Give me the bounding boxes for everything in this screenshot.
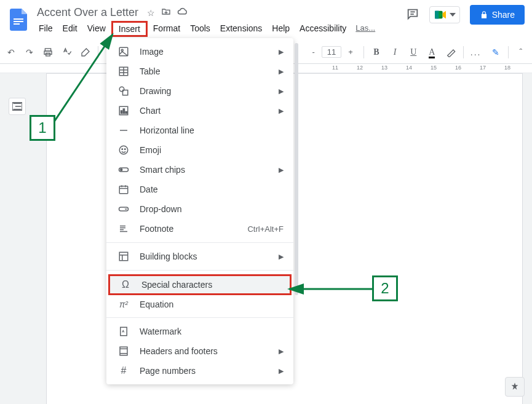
menu-separator [106,242,293,243]
menu-accessibility[interactable]: Accessibility [295,21,351,37]
ruler-mark: 16 [455,65,461,71]
cloud-status-icon[interactable] [177,7,188,18]
menu-item-drawing[interactable]: Drawing ▶ [106,81,293,101]
svg-line-48 [54,34,113,122]
equation-icon: π² [116,299,131,309]
footnote-icon [116,223,131,234]
menu-item-special-characters[interactable]: Ω Special characters [108,274,292,295]
explore-button[interactable] [505,377,525,397]
menu-format[interactable]: Format [149,21,185,37]
building-blocks-icon [116,251,131,262]
menu-help[interactable]: Help [268,21,294,37]
menu-item-horizontal-line[interactable]: Horizontal line [106,121,293,140]
underline-button[interactable]: U [405,44,422,61]
ruler-mark: 15 [431,65,437,71]
menu-item-page-numbers[interactable]: # Page numbers ▶ [106,361,293,381]
menu-item-smart-chips[interactable]: Smart chips ▶ [106,160,293,180]
move-icon[interactable] [161,7,171,18]
omega-icon: Ω [118,279,133,290]
svg-rect-45 [120,347,127,355]
submenu-arrow-icon: ▶ [279,253,284,261]
ruler-mark: 18 [504,65,510,71]
menu-item-headers-footers[interactable]: Headers and footers ▶ [106,341,293,361]
menu-item-image[interactable]: Image ▶ [106,42,293,61]
svg-point-31 [121,169,122,171]
hide-menus-icon[interactable]: ˆ [512,44,530,61]
redo-icon[interactable]: ↷ [21,44,38,61]
ruler-mark: 13 [381,65,387,71]
bold-button[interactable]: B [368,44,385,61]
menu-item-emoji[interactable]: Emoji [106,140,293,160]
doc-title[interactable]: Accent Over a Letter [34,5,141,20]
separator [463,46,464,58]
menu-label: Emoji [140,145,161,155]
ruler-mark: 11 [332,65,338,71]
shortcut-label: Ctrl+Alt+F [247,224,284,234]
highlight-button[interactable] [442,44,459,61]
headers-footers-icon [116,346,131,357]
menu-label: Watermark [140,327,181,336]
annotation-step-2: 2 [372,275,398,301]
comment-history-icon[interactable] [406,7,419,23]
date-icon [116,184,131,195]
menu-item-building-blocks[interactable]: Building blocks ▶ [106,247,293,266]
menu-item-table[interactable]: Table ▶ [106,61,293,81]
menu-item-watermark[interactable]: Watermark [106,322,293,341]
insert-menu-dropdown: Image ▶ Table ▶ Drawing ▶ Chart ▶ Horizo… [106,38,293,384]
dropdown-icon [116,204,131,215]
size-plus[interactable]: + [345,47,356,57]
svg-point-27 [119,146,128,154]
svg-rect-24 [123,109,124,114]
editing-mode-icon[interactable]: ✎ [487,44,504,61]
menu-item-equation[interactable]: π² Equation [106,295,293,314]
separator [363,46,364,58]
menu-separator [106,270,293,271]
star-icon[interactable]: ☆ [147,8,155,18]
submenu-arrow-icon: ▶ [279,347,284,355]
menu-extensions[interactable]: Extensions [216,21,266,37]
menu-item-date[interactable]: Date [106,180,293,199]
menu-item-dropdown[interactable]: Drop-down [106,199,293,219]
menu-label: Table [140,66,160,76]
menu-label: Drop-down [140,204,181,214]
menu-item-chart[interactable]: Chart ▶ [106,101,293,121]
docs-logo[interactable] [7,5,30,34]
menu-tools[interactable]: Tools [186,21,215,37]
font-size[interactable]: - 11 + [305,45,359,59]
svg-rect-0 [14,18,23,20]
menu-label: Drawing [140,86,171,96]
size-value[interactable]: 11 [322,46,341,58]
menu-label: Smart chips [140,165,185,175]
svg-rect-41 [119,252,128,261]
last-edit[interactable]: Las... [352,21,379,37]
share-button[interactable]: Share [470,5,525,25]
watermark-icon [116,326,131,337]
separator [508,46,509,58]
italic-button[interactable]: I [386,44,403,61]
smart-chips-icon [116,164,131,175]
more-button[interactable]: ... [467,44,485,61]
submenu-arrow-icon: ▶ [279,48,284,56]
emoji-icon [116,145,131,156]
menu-label: Date [140,184,158,194]
menu-label: Page numbers [140,366,196,376]
ruler-mark: 12 [357,65,363,71]
ruler-mark: 14 [406,65,412,71]
menu-label: Equation [140,299,173,309]
annotation-step-1: 1 [30,115,55,141]
menu-item-footnote[interactable]: Footnote Ctrl+Alt+F [106,219,293,239]
submenu-arrow-icon: ▶ [279,68,284,76]
dropdown-scrollbar[interactable] [295,43,298,295]
menu-label: Special characters [141,280,212,290]
size-minus[interactable]: - [309,47,317,57]
text-color-button[interactable]: A [423,44,440,61]
svg-point-28 [122,149,123,150]
menu-label: Footnote [140,224,173,234]
undo-icon[interactable]: ↶ [2,44,20,61]
submenu-arrow-icon: ▶ [279,166,284,174]
meet-button[interactable] [429,6,460,23]
annotation-arrow-2 [286,283,375,295]
outline-toggle-icon[interactable] [9,98,26,115]
menu-separator [106,317,293,318]
submenu-arrow-icon: ▶ [279,107,284,115]
